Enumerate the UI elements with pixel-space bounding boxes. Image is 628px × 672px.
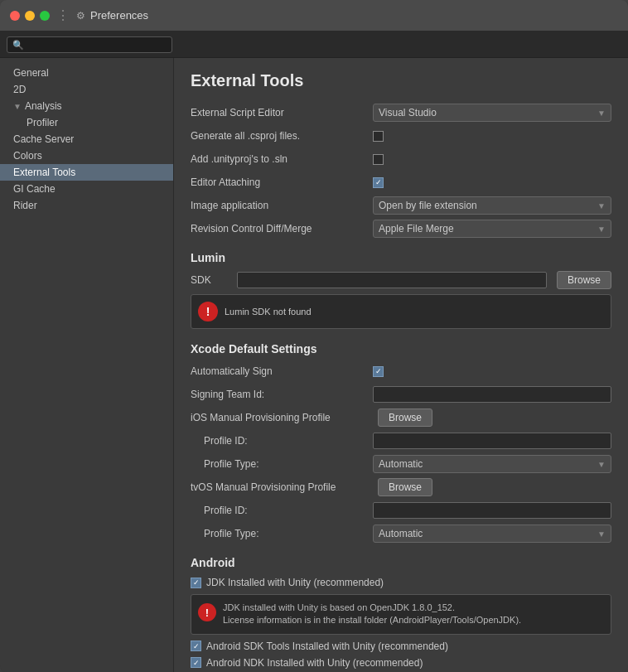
lumin-sdk-row: SDK Browse (191, 271, 611, 289)
page-title: External Tools (191, 71, 611, 90)
ios-profile-id-row: Profile ID: (191, 432, 611, 450)
ios-browse-button[interactable]: Browse (378, 409, 432, 427)
external-script-editor-control: Visual Studio ▼ (373, 104, 611, 122)
ios-profile-type-dropdown[interactable]: Automatic ▼ (373, 455, 611, 473)
sidebar: General 2D ▼ Analysis Profiler Cache Ser… (0, 58, 174, 672)
ios-profile-id-label: Profile ID: (191, 435, 373, 447)
minimize-button[interactable] (25, 11, 35, 21)
lumin-section-title: Lumin (191, 251, 611, 264)
ios-profile-type-row: Profile Type: Automatic ▼ (191, 455, 611, 473)
add-unityproj-label: Add .unityproj's to .sln (191, 153, 373, 165)
tvos-browse-button[interactable]: Browse (378, 478, 432, 496)
chevron-down-icon-5: ▼ (597, 529, 606, 539)
preferences-window: ⋮ ⚙ Preferences General 2D ▼ Analysis Pr… (0, 0, 628, 672)
revision-control-dropdown[interactable]: Apple File Merge ▼ (373, 220, 611, 238)
tvos-profile-id-input[interactable] (373, 502, 611, 519)
jdk-info-box: ! JDK installed with Unity is based on O… (191, 594, 611, 635)
jdk-checkbox[interactable] (191, 578, 201, 588)
external-script-editor-dropdown[interactable]: Visual Studio ▼ (373, 104, 611, 122)
maximize-button[interactable] (40, 11, 50, 21)
lumin-sdk-input[interactable] (237, 272, 547, 288)
image-application-control: Open by file extension ▼ (373, 196, 611, 215)
editor-attaching-row: Editor Attaching (191, 173, 611, 191)
titlebar: ⋮ ⚙ Preferences (0, 0, 628, 31)
ios-profile-type-value: Automatic (379, 458, 423, 470)
android-sdk-label: Android SDK Tools Installed with Unity (… (206, 641, 448, 652)
editor-attaching-label: Editor Attaching (191, 176, 373, 188)
external-script-editor-label: External Script Editor (191, 107, 373, 118)
signing-team-row: Signing Team Id: (191, 385, 611, 404)
generate-csproj-row: Generate all .csproj files. (191, 127, 611, 145)
tvos-profile-control: Browse (373, 478, 611, 496)
editor-attaching-control (373, 177, 611, 188)
add-unityproj-checkbox[interactable] (373, 154, 384, 165)
tvos-profile-row: tvOS Manual Provisioning Profile Browse (191, 478, 611, 496)
generate-csproj-label: Generate all .csproj files. (191, 130, 373, 142)
chevron-down-icon-4: ▼ (597, 460, 606, 469)
window-title: Preferences (90, 9, 148, 22)
sidebar-label-gi-cache: GI Cache (13, 183, 56, 195)
sidebar-item-external-tools[interactable]: External Tools (0, 164, 173, 181)
android-sdk-checkbox[interactable] (191, 641, 201, 651)
sidebar-label-rider: Rider (13, 200, 37, 211)
expand-arrow-icon: ▼ (13, 102, 22, 111)
dropdown-value: Visual Studio (379, 107, 437, 118)
auto-sign-checkbox[interactable] (373, 366, 384, 377)
tvos-profile-id-row: Profile ID: (191, 501, 611, 520)
tvos-profile-type-dropdown[interactable]: Automatic ▼ (373, 525, 611, 543)
editor-attaching-checkbox[interactable] (373, 177, 384, 188)
close-button[interactable] (10, 11, 20, 21)
chevron-down-icon: ▼ (597, 109, 606, 118)
sidebar-item-cache-server[interactable]: Cache Server (0, 131, 173, 147)
android-ndk-check-row: Android NDK Installed with Unity (recomm… (191, 656, 611, 670)
lumin-warning-box: ! Lumin SDK not found (191, 294, 611, 329)
image-application-row: Image application Open by file extension… (191, 196, 611, 215)
android-ndk-checkbox[interactable] (191, 657, 201, 668)
revision-dropdown-value: Apple File Merge (379, 223, 454, 234)
ios-profile-type-control: Automatic ▼ (373, 455, 611, 473)
sidebar-label-analysis: Analysis (25, 100, 62, 112)
lumin-browse-button[interactable]: Browse (557, 271, 611, 289)
sidebar-label-cache-server: Cache Server (13, 133, 74, 145)
sidebar-item-profiler[interactable]: Profiler (0, 114, 173, 131)
search-input[interactable] (7, 36, 172, 53)
sidebar-item-colors[interactable]: Colors (0, 147, 173, 164)
info-icon: ! (198, 603, 216, 621)
main-panel: External Tools External Script Editor Vi… (174, 58, 628, 672)
add-unityproj-control (373, 154, 611, 165)
ios-profile-id-input[interactable] (373, 433, 611, 449)
android-sdk-check-row: Android SDK Tools Installed with Unity (… (191, 640, 611, 653)
sidebar-label-general: General (13, 67, 49, 79)
sidebar-item-rider[interactable]: Rider (0, 197, 173, 214)
sidebar-label-profiler: Profiler (27, 117, 58, 128)
tvos-profile-id-label: Profile ID: (191, 505, 373, 516)
tvos-profile-type-control: Automatic ▼ (373, 525, 611, 543)
sidebar-item-gi-cache[interactable]: GI Cache (0, 181, 173, 197)
add-unityproj-row: Add .unityproj's to .sln (191, 150, 611, 168)
warning-icon: ! (198, 302, 218, 321)
xcode-section-title: Xcode Default Settings (191, 342, 611, 355)
ios-profile-type-label: Profile Type: (191, 458, 373, 470)
ios-profile-id-control (373, 433, 611, 449)
ios-profile-label: iOS Manual Provisioning Profile (191, 412, 373, 423)
chevron-down-icon-3: ▼ (597, 225, 606, 234)
ios-profile-control: Browse (373, 409, 611, 427)
auto-sign-row: Automatically Sign (191, 362, 611, 380)
title-area: ⚙ Preferences (76, 9, 618, 22)
revision-control-control: Apple File Merge ▼ (373, 220, 611, 238)
image-application-dropdown[interactable]: Open by file extension ▼ (373, 196, 611, 215)
generate-csproj-checkbox[interactable] (373, 131, 384, 142)
android-ndk-label: Android NDK Installed with Unity (recomm… (206, 657, 423, 669)
menu-dots-icon[interactable]: ⋮ (56, 7, 70, 23)
sidebar-item-2d[interactable]: 2D (0, 81, 173, 98)
revision-control-row: Revision Control Diff/Merge Apple File M… (191, 220, 611, 238)
signing-team-input[interactable] (373, 386, 611, 403)
revision-control-label: Revision Control Diff/Merge (191, 223, 373, 234)
tvos-profile-type-label: Profile Type: (191, 528, 373, 539)
sidebar-item-general[interactable]: General (0, 65, 173, 81)
auto-sign-control (373, 366, 611, 377)
sidebar-item-analysis[interactable]: ▼ Analysis (0, 98, 173, 114)
lumin-sdk-label: SDK (191, 274, 232, 286)
jdk-check-row: JDK Installed with Unity (recommended) (191, 576, 611, 589)
android-section-title: Android (191, 556, 611, 569)
